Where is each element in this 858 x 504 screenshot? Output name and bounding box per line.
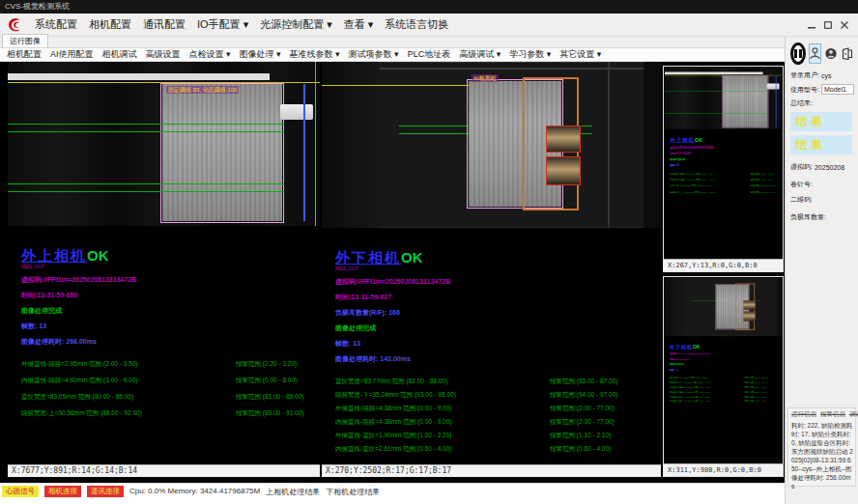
tb-test-params[interactable]: 测试项参数 ▾ (349, 48, 399, 61)
tb-advanced-settings[interactable]: 高级设置 (146, 48, 181, 61)
cpu-memory-text: Cpu: 0.0% Memory: 3424.41796875M (129, 486, 260, 495)
log-tab-debug[interactable]: 调试信息 (849, 410, 858, 419)
log-tab-alarm[interactable]: 报警信息 (820, 410, 845, 419)
pause-button[interactable] (790, 42, 806, 65)
close-button[interactable] (841, 21, 848, 29)
ok-status: OK (693, 344, 701, 350)
table-row: 直纹宽度=83.05mm 范围:(80.00 - 86.00)报警范围:(81.… (21, 393, 320, 402)
ai-box-label: AI检测框 (472, 74, 499, 82)
measure-value: 内侧直线-隔膜=4.60mm 范围:(3.00 - 6.00) (21, 377, 236, 385)
model-label: 使用型号: (790, 85, 819, 95)
machine-edge (608, 62, 610, 228)
alarm-range: 报警范围:(94.00 - 97.00) (550, 391, 617, 400)
mini-lower-camera-view[interactable]: 外下相机OK 虚拟码:0FFI1in=2025020813313472B 时间:… (663, 276, 784, 477)
upper-camera-result-link[interactable]: 上相机处理结果 (266, 486, 320, 497)
tab-run-image[interactable]: 运行图像 (2, 34, 48, 47)
yellow-edge-line (315, 62, 316, 226)
camera-title: 外上相机 (670, 137, 695, 143)
tb-ai-use-config[interactable]: AI使用配置 (50, 48, 94, 61)
menu-language-switch[interactable]: 系统语言切换 (385, 17, 448, 32)
tab-qty-label: 负极耳数量: (790, 212, 826, 222)
measure-value: 直纹宽度=83.05mm 范围:(80.00 - 86.00) (21, 393, 236, 402)
menu-comm-config[interactable]: 通讯配置 (143, 17, 186, 32)
tb-image-processing[interactable]: 图像处理 ▾ (240, 48, 281, 61)
table-row: 直纹宽度=83.77mm 范围:(82.00 - 88.00)报警范围:(83.… (335, 378, 661, 386)
tb-spot-check[interactable]: 点检设置 ▾ (189, 48, 231, 61)
alarm-range: 报警范围:(83.00 - 87.00) (745, 377, 769, 379)
app-window: CVS-视觉检测系统 系统配置 相机配置 通讯配置 IO手配置 ▾ 光源控制配置… (0, 0, 858, 504)
pin-label: 卷针号: (790, 180, 813, 189)
logout-button[interactable] (841, 43, 854, 64)
app-logo-icon (6, 16, 23, 34)
qr-label: 二维码: (790, 195, 813, 205)
mini-upper-camera-view[interactable]: 外上相机OK 虚拟码:0FFI1in=2025020813313472B 时间:… (663, 66, 784, 272)
alarm-range: 报警范围:(2.00 - 77.00) (745, 386, 767, 389)
window-controls (808, 21, 852, 29)
alarm-range: 报警范围:(94.00 - 97.00) (745, 381, 769, 384)
ok-status: OK (87, 247, 109, 264)
elapsed-line: 图像处理耗时: 143.00ms (335, 354, 661, 364)
mini-lower-coord-statusbar: X:311,Y:980,R:0,G:0,B:0 (664, 463, 783, 476)
user-account-button[interactable] (824, 43, 838, 64)
left-coord-statusbar: X:7677;Y:891;R:14;G:14;B:14 (8, 464, 320, 477)
log-text: 耗时: 222, 缺陷检测耗时: 17, 缺陷分类耗时: 0, 缺陷提取合区耗时… (791, 421, 853, 490)
tb-other-settings[interactable]: 其它设置 ▾ (559, 48, 601, 61)
alarm-range: 报警范围:(2.00 - 77.00) (745, 391, 767, 394)
measure-line (8, 124, 284, 125)
tb-baseline-params[interactable]: 基准线参数 ▾ (290, 48, 340, 61)
total-result-row: 总结果: (790, 98, 854, 108)
defect-box (546, 126, 581, 153)
done-line: 图像处理完成 (670, 363, 784, 367)
mid-camera-image[interactable]: AI检测框 (322, 62, 661, 228)
bottom-statusbar: 心跳信号 相机连接 通讯连接 Cpu: 0.0% Memory: 3424.41… (0, 483, 785, 504)
tb-learning-params[interactable]: 学习参数 ▾ (509, 48, 551, 61)
time-line: 时间:13-31-59-650 (670, 152, 782, 155)
menu-system-config[interactable]: 系统配置 (35, 17, 77, 32)
menu-view[interactable]: 查看 ▾ (344, 17, 374, 32)
log-tab-run[interactable]: 运行信息 (791, 410, 816, 419)
alarm-range: 报警范围:(89.00 - 91.00) (751, 191, 776, 194)
menu-light-config[interactable]: 光源控制配置 ▾ (260, 17, 332, 32)
tb-camera-config[interactable]: 相机配置 (7, 48, 42, 61)
login-user-button[interactable] (809, 43, 821, 64)
measure-line (8, 131, 284, 132)
measure-value: 外侧直线-直纹=1.90mm 范围:(1.00 - 2.20) (670, 395, 745, 398)
part-outline-box (722, 75, 768, 127)
comm-connect-badge: 通讯连接 (87, 486, 124, 497)
menu-io-config[interactable]: IO手配置 ▾ (197, 17, 248, 32)
mid-result-panel: 外下相机OK MES_OUT 虚拟码:0FFI1in=2025020813313… (322, 228, 661, 454)
minimize-button[interactable] (808, 21, 815, 29)
measure-value: 隔膜宽度-下=95.24mm 范围:(93.00 - 98.00) (335, 391, 550, 400)
ok-status: OK (695, 137, 702, 143)
log-panel: 运行信息 报警信息 调试信息 耗时: 222, 缺陷检测耗时: 17, 缺陷分类… (787, 407, 856, 487)
alarm-range: 报警范围:(81.00 - 85.00) (751, 184, 776, 187)
table-row: 隔膜宽度-下=95.24mm 范围:(93.00 - 98.00)报警范围:(9… (335, 391, 661, 400)
tb-plc-address[interactable]: PLC地址表 (408, 48, 451, 61)
model-input[interactable]: Model1 (821, 84, 854, 95)
frame-count-line: 帧数: 13 (670, 368, 784, 372)
lower-camera-result-link[interactable]: 下相机处理结果 (326, 486, 380, 497)
table-row: 外侧直线-隔膜=4.38mm 范围:(0.00 - 9.00)报警范围:(2.0… (335, 405, 661, 413)
left-result-panel: 外上相机OK MES_OUT 虚拟码:0FFI1in=2025020813313… (8, 226, 320, 418)
maximize-button[interactable] (824, 21, 832, 29)
qr-row: 二维码: (790, 195, 854, 205)
vcode-row: 虚拟码: 20250208 (790, 162, 854, 172)
part-outline-box (160, 83, 284, 223)
camera-title: 外上相机 (21, 247, 87, 264)
measure-value: 外侧直线-隔膜=2.95mm 范围:(2.00 - 3.50) (21, 360, 236, 369)
left-camera-image[interactable]: 固定阈值:93, 动态阈值:100 (8, 62, 320, 226)
barcode-line: 虚拟码:0FFI1in=2025020813313472B (670, 146, 782, 150)
alarm-range: 报警范围:(83.00 - 87.00) (550, 378, 617, 386)
tb-camera-debug[interactable]: 相机调试 (102, 48, 137, 61)
measure-value: 外侧直线-隔膜=4.38mm 范围:(0.00 - 9.00) (670, 386, 745, 389)
tab-count-line: 负极耳数量(R/F): 166 (335, 308, 661, 318)
menu-camera-config[interactable]: 相机配置 (89, 17, 131, 32)
tb-advanced-debug[interactable]: 高级调试 ▾ (459, 48, 500, 61)
threshold-overlay-label: 固定阈值:93, 动态阈值:100 (166, 86, 239, 94)
alarm-range: 报警范围:(81.00 - 85.00) (236, 393, 303, 402)
left-camera-view: 固定阈值:93, 动态阈值:100 外上相机OK MES_OUT 虚拟码:0FF… (8, 62, 320, 477)
frame-count-line: 帧数: 13 (21, 322, 320, 331)
result-block-lower: 结果 (790, 135, 852, 154)
frame-count-line: 帧数: 13 (335, 339, 661, 349)
measure-table: 外侧直线-隔膜=2.95mm 范围:(2.00 - 3.50)报警范围:(2.2… (21, 360, 320, 418)
